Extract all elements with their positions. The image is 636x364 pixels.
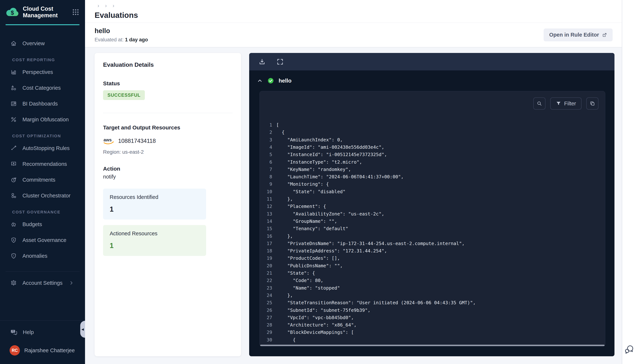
line-text: "LaunchTime": "2024-06-06T04:41:37+00:00… xyxy=(276,173,404,180)
line-number: 6 xyxy=(264,158,272,166)
sidebar-item-icon xyxy=(10,252,17,259)
download-icon[interactable] xyxy=(258,58,266,66)
line-text: "State": { xyxy=(276,270,315,277)
sidebar-item[interactable]: Cost Categories xyxy=(5,80,80,96)
sidebar-item-icon xyxy=(10,100,17,107)
line-text: "State": "disabled" xyxy=(276,188,346,196)
line-text: "InstanceType": "t2.micro", xyxy=(276,158,362,166)
external-link-icon xyxy=(602,32,607,38)
evaluated-at-line: Evaluated at: 1 day ago xyxy=(95,37,148,43)
code-line: 1 [ xyxy=(264,121,605,129)
sidebar-item-icon xyxy=(10,69,17,75)
line-text: "BlockDeviceMappings": [ xyxy=(276,329,354,336)
line-text: "AmiLaunchIndex": 0, xyxy=(276,136,343,144)
code-line: 24 }, xyxy=(264,292,605,299)
sidebar-item[interactable]: Margin Obfuscation xyxy=(5,112,80,128)
sidebar-item[interactable]: Asset Governance xyxy=(5,232,80,248)
actioned-resources-label: Actioned Resources xyxy=(110,230,206,236)
line-number: 11 xyxy=(264,196,272,203)
right-gutter xyxy=(622,0,636,364)
account-settings-label: Account Settings xyxy=(23,280,63,286)
sidebar-collapse-handle[interactable]: ◀ xyxy=(80,321,85,338)
viewer-title-row: hello xyxy=(249,70,614,91)
line-number: 27 xyxy=(264,314,272,321)
cloud-cost-logo-icon xyxy=(5,7,20,18)
user-name: Rajarshee Chatterjee xyxy=(24,348,75,354)
page-header: Evaluations xyxy=(85,0,622,23)
sidebar-item[interactable]: Recommendations xyxy=(5,156,80,172)
aws-logo-icon xyxy=(103,137,115,145)
sidebar-item-icon xyxy=(10,145,17,152)
code-line: 13 "AvailabilityZone": "us-east-2c", xyxy=(264,210,605,218)
line-number: 21 xyxy=(264,270,272,277)
module-tabs xyxy=(530,0,615,22)
sidebar-item[interactable]: Cluster Orchestrator xyxy=(5,188,80,204)
app-title: Cloud Cost Management xyxy=(23,6,72,19)
sidebar-item-icon xyxy=(10,40,17,47)
sidebar-item-label: Recommendations xyxy=(23,161,67,167)
filter-label: Filter xyxy=(564,100,576,107)
evaluated-at-value: 1 day ago xyxy=(125,37,148,42)
breadcrumb xyxy=(95,3,138,9)
line-number: 14 xyxy=(264,218,272,225)
module-switcher-icon[interactable] xyxy=(72,8,80,16)
line-number: 12 xyxy=(264,203,272,210)
code-line: 6 "InstanceType": "t2.micro", xyxy=(264,158,605,166)
line-number: 24 xyxy=(264,292,272,299)
code-line: 10 "State": "disabled" xyxy=(264,188,605,196)
code-line: 17 "PrivateDnsName": "ip-172-31-44-254.u… xyxy=(264,240,605,247)
user-menu[interactable]: RC Rajarshee Chatterjee xyxy=(5,343,80,358)
sidebar-item[interactable]: Perspectives xyxy=(5,64,80,80)
viewer-evaluation-name: hello xyxy=(279,78,291,84)
json-code-viewer[interactable]: 1 [ 2 { 3 "AmiLaunchIndex": 0, 4 xyxy=(260,110,605,344)
sidebar-bottom: Help RC Rajarshee Chatterjee xyxy=(0,320,85,364)
sidebar-section-label: COST REPORTING xyxy=(0,58,85,62)
line-number: 16 xyxy=(264,232,272,240)
code-line: 21 "State": { xyxy=(264,270,605,277)
breadcrumb-link[interactable] xyxy=(95,3,102,9)
horizontal-scrollbar[interactable] xyxy=(260,345,604,346)
help-button[interactable]: Help xyxy=(5,326,80,339)
search-button[interactable] xyxy=(533,98,545,110)
sidebar-item-account-settings[interactable]: Account Settings xyxy=(5,275,80,291)
collapse-chevron-icon[interactable] xyxy=(257,78,263,84)
line-text: "PrivateIpAddress": "172.31.44.254", xyxy=(276,247,387,254)
sidebar-item[interactable]: Overview xyxy=(5,36,80,51)
sidebar-item-label: AutoStopping Rules xyxy=(23,145,70,151)
status-label: Status xyxy=(103,80,233,86)
sidebar-item-label: Cost Categories xyxy=(23,85,61,91)
sidebar-item[interactable]: Budgets xyxy=(5,216,80,232)
details-card-title: Evaluation Details xyxy=(103,62,233,68)
filter-button[interactable]: Filter xyxy=(550,98,581,110)
line-text: "VpcId": "vpc-bb845bd0", xyxy=(276,314,354,321)
line-text: "GroupName": "", xyxy=(276,218,337,225)
breadcrumb-link[interactable] xyxy=(102,3,110,9)
code-line: 26 "SubnetId": "subnet-75fe9b39", xyxy=(264,307,605,314)
feedback-chat-icon[interactable] xyxy=(624,344,634,354)
sidebar-item-label: Budgets xyxy=(23,221,42,228)
code-line: 28 "Architecture": "x86_64", xyxy=(264,321,605,329)
line-text: "Tenancy": "default" xyxy=(276,225,348,232)
actioned-resources-box: Actioned Resources 1 xyxy=(103,225,206,256)
line-text: }, xyxy=(276,292,293,299)
line-number: 8 xyxy=(264,173,272,180)
sidebar-item[interactable]: Commitments xyxy=(5,172,80,188)
sidebar-item[interactable]: AutoStopping Rules xyxy=(5,140,80,156)
sidebar-item-label: Commitments xyxy=(23,177,55,183)
help-chat-icon xyxy=(10,328,18,336)
code-line: 22 "Code": 80, xyxy=(264,277,605,284)
code-line: 12 "Placement": { xyxy=(264,203,605,210)
sidebar-section-items: AutoStopping Rules Recommendations Commi… xyxy=(0,140,85,204)
line-text: "KeyName": "randomkey", xyxy=(276,166,351,173)
line-number: 22 xyxy=(264,277,272,284)
aws-account-id: 108817434118 xyxy=(118,138,156,144)
sidebar-item[interactable]: BI Dashboards xyxy=(5,96,80,112)
breadcrumb-link[interactable] xyxy=(110,3,117,9)
line-text: "Code": 80, xyxy=(276,277,323,284)
sidebar-item[interactable]: Anomalies xyxy=(5,248,80,264)
line-number: 17 xyxy=(264,240,272,247)
resource-tabs xyxy=(267,98,288,102)
fullscreen-icon[interactable] xyxy=(276,58,284,66)
copy-button[interactable] xyxy=(586,98,598,110)
open-in-rule-editor-button[interactable]: Open in Rule Editor xyxy=(544,28,613,41)
